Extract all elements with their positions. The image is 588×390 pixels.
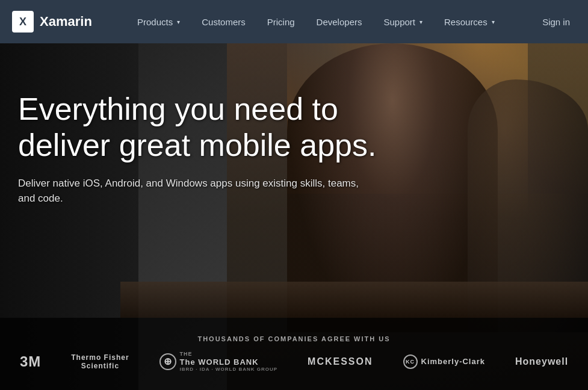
logo-honeywell: Honeywell xyxy=(515,356,568,367)
chevron-down-icon: ▾ xyxy=(177,19,180,25)
hero-headline: Everything you need to deliver great mob… xyxy=(18,91,391,164)
chevron-down-icon: ▾ xyxy=(419,19,422,25)
companies-label: THOUSANDS OF COMPANIES AGREE WITH US xyxy=(197,335,390,342)
chevron-down-icon: ▾ xyxy=(492,19,495,25)
nav-links: Products ▾ Customers Pricing Developers … xyxy=(126,0,536,43)
companies-section: THOUSANDS OF COMPANIES AGREE WITH US 3M … xyxy=(0,318,588,390)
logo-world-bank: ⊕ THE The WORLD BANK IBRD · IDA · WORLD … xyxy=(159,351,277,373)
brand-x-icon: X xyxy=(12,11,34,32)
brand-name: Xamarin xyxy=(40,14,92,29)
kc-badge-icon: KC xyxy=(403,354,418,369)
logo-kimberly-clark: KC Kimberly-Clark xyxy=(403,354,485,369)
nav-item-resources[interactable]: Resources ▾ xyxy=(433,0,506,43)
hero-section: Everything you need to deliver great mob… xyxy=(0,43,588,390)
hero-subheadline: Deliver native iOS, Android, and Windows… xyxy=(18,176,367,206)
nav-item-support[interactable]: Support ▾ xyxy=(373,0,433,43)
nav-item-products[interactable]: Products ▾ xyxy=(126,0,191,43)
companies-logos: 3M Thermo FisherScientific ⊕ THE The WOR… xyxy=(0,351,588,373)
brand-logo-link[interactable]: X Xamarin xyxy=(12,11,108,32)
logo-thermo-fisher: Thermo FisherScientific xyxy=(71,353,129,371)
logo-3m: 3M xyxy=(20,353,41,370)
nav-item-developers[interactable]: Developers xyxy=(306,0,373,43)
navbar: X Xamarin Products ▾ Customers Pricing D… xyxy=(0,0,588,43)
globe-icon: ⊕ xyxy=(159,353,176,370)
signin-button[interactable]: Sign in xyxy=(536,17,576,27)
nav-item-customers[interactable]: Customers xyxy=(191,0,256,43)
logo-mckesson: MCKESSON xyxy=(308,356,373,367)
nav-item-pricing[interactable]: Pricing xyxy=(256,0,306,43)
